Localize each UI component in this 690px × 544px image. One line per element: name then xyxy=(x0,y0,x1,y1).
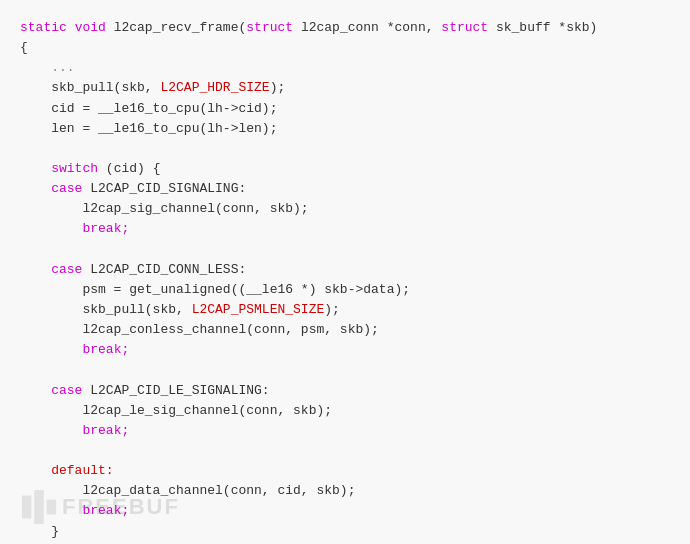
code-token: ... xyxy=(20,60,75,75)
code-token: cid = __le16_to_cpu(lh->cid); xyxy=(20,101,277,116)
code-token: L2CAP_HDR_SIZE xyxy=(160,80,269,95)
code-token: l2cap_le_sig_channel(conn, skb); xyxy=(20,403,332,418)
code-token: break; xyxy=(82,221,129,236)
code-token xyxy=(20,161,51,176)
code-line: l2cap_le_sig_channel(conn, skb); xyxy=(20,401,670,421)
code-token xyxy=(20,503,82,518)
code-line xyxy=(20,360,670,380)
code-token: L2CAP_CID_LE_SIGNALING: xyxy=(82,383,269,398)
code-token: len = __le16_to_cpu(lh->len); xyxy=(20,121,277,136)
code-line: ... xyxy=(20,58,670,78)
code-token: l2cap_conless_channel(conn, psm, skb); xyxy=(20,322,379,337)
code-token: sk_buff *skb) xyxy=(488,20,597,35)
code-line: } xyxy=(20,522,670,542)
code-line: l2cap_conless_channel(conn, psm, skb); xyxy=(20,320,670,340)
code-block: static void l2cap_recv_frame(struct l2ca… xyxy=(0,0,690,544)
code-token xyxy=(67,20,75,35)
code-token xyxy=(20,262,51,277)
code-line: static void l2cap_recv_frame(struct l2ca… xyxy=(20,18,670,38)
code-line: skb_pull(skb, L2CAP_PSMLEN_SIZE); xyxy=(20,300,670,320)
code-line: default: xyxy=(20,461,670,481)
code-line: case L2CAP_CID_CONN_LESS: xyxy=(20,260,670,280)
code-line xyxy=(20,441,670,461)
code-content: static void l2cap_recv_frame(struct l2ca… xyxy=(20,18,670,542)
code-line: case L2CAP_CID_SIGNALING: xyxy=(20,179,670,199)
code-token xyxy=(20,423,82,438)
code-token: static xyxy=(20,20,67,35)
code-token xyxy=(20,463,51,478)
code-token: case xyxy=(51,262,82,277)
code-token xyxy=(20,342,82,357)
code-token: L2CAP_CID_CONN_LESS: xyxy=(82,262,246,277)
code-token: ); xyxy=(270,80,286,95)
code-token: break; xyxy=(82,342,129,357)
code-token xyxy=(20,221,82,236)
code-token: ); xyxy=(324,302,340,317)
code-token: } xyxy=(20,524,59,539)
code-line: break; xyxy=(20,501,670,521)
code-token: struct xyxy=(441,20,488,35)
code-line: { xyxy=(20,38,670,58)
code-token: switch xyxy=(51,161,98,176)
code-token: l2cap_recv_frame( xyxy=(106,20,246,35)
code-token: void xyxy=(75,20,106,35)
code-line: len = __le16_to_cpu(lh->len); xyxy=(20,119,670,139)
code-token: break; xyxy=(82,423,129,438)
code-line: l2cap_data_channel(conn, cid, skb); xyxy=(20,481,670,501)
code-line: l2cap_sig_channel(conn, skb); xyxy=(20,199,670,219)
code-token: break; xyxy=(82,503,129,518)
code-line: break; xyxy=(20,340,670,360)
code-token: case xyxy=(51,181,82,196)
code-token: default: xyxy=(51,463,113,478)
code-line: switch (cid) { xyxy=(20,159,670,179)
code-token: { xyxy=(20,40,28,55)
code-line xyxy=(20,139,670,159)
code-line xyxy=(20,240,670,260)
code-token: (cid) { xyxy=(98,161,160,176)
code-token: L2CAP_CID_SIGNALING: xyxy=(82,181,246,196)
code-line: case L2CAP_CID_LE_SIGNALING: xyxy=(20,381,670,401)
code-line: skb_pull(skb, L2CAP_HDR_SIZE); xyxy=(20,78,670,98)
code-token: skb_pull(skb, xyxy=(20,302,192,317)
code-token: l2cap_sig_channel(conn, skb); xyxy=(20,201,309,216)
code-token: case xyxy=(51,383,82,398)
code-token: L2CAP_PSMLEN_SIZE xyxy=(192,302,325,317)
code-token: l2cap_data_channel(conn, cid, skb); xyxy=(20,483,355,498)
code-token: l2cap_conn *conn, xyxy=(293,20,441,35)
code-token: psm = get_unaligned((__le16 *) skb->data… xyxy=(20,282,410,297)
code-line: cid = __le16_to_cpu(lh->cid); xyxy=(20,99,670,119)
code-token xyxy=(20,181,51,196)
code-token xyxy=(20,383,51,398)
code-token: struct xyxy=(246,20,293,35)
code-line: break; xyxy=(20,421,670,441)
code-line: psm = get_unaligned((__le16 *) skb->data… xyxy=(20,280,670,300)
code-token: skb_pull(skb, xyxy=(20,80,160,95)
code-line: break; xyxy=(20,219,670,239)
